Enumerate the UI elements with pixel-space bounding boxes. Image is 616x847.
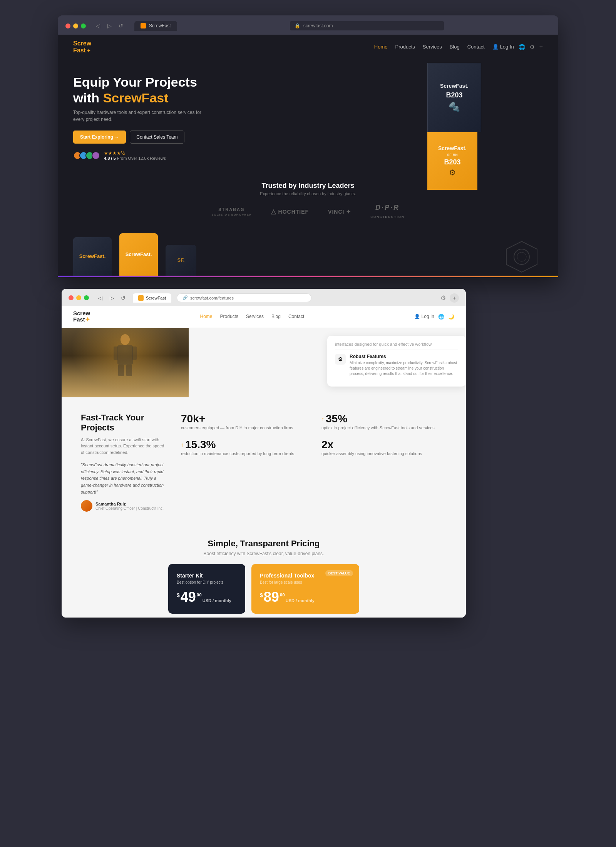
stat-number-70k: 70k+: [181, 413, 306, 425]
plan-name-starter: Starter Kit: [177, 572, 237, 579]
user-icon: 👤: [492, 44, 499, 50]
nav-actions: 👤 Log In 🌐 ⚙ +: [492, 44, 543, 50]
stat-item-70k: 70k+ customers equipped — from DIY to ma…: [181, 413, 306, 431]
close-button[interactable]: [65, 23, 70, 28]
stat-label-70k: customers equipped — from DIY to major c…: [181, 425, 306, 431]
settings-icon[interactable]: ⚙: [530, 44, 535, 50]
hero-section: Equip Your Projects with ScrewFast Top-q…: [58, 59, 558, 172]
feature-card-header: interfaces designed for quick and effect…: [335, 342, 458, 346]
pricing-title: Simple, Transparent Pricing: [77, 539, 450, 549]
preview-box-3: SF.: [166, 245, 196, 276]
avatar-4: [92, 151, 100, 160]
price-period-starter: USD / monthly: [203, 598, 231, 603]
nav-link-services[interactable]: Services: [423, 44, 442, 50]
pricing-subtitle: Boost efficiency with ScrewFast's clear,…: [77, 551, 450, 556]
forward-button[interactable]: ▷: [105, 22, 114, 30]
pricing-card-starter: Starter Kit Best option for DIY projects…: [168, 564, 245, 614]
login-button-2[interactable]: 👤 Log In: [414, 314, 434, 319]
stat-item-35: ↑ 35% uptick in project efficiency with …: [321, 413, 447, 431]
nav-link-home[interactable]: Home: [374, 44, 388, 50]
start-exploring-button[interactable]: Start Exploring →: [73, 131, 126, 144]
logo[interactable]: Screw Fast✦: [73, 40, 91, 54]
svg-point-2: [517, 252, 526, 261]
testimonial-author: Samantha Ruiz Chief Operating Officer | …: [81, 500, 166, 512]
website-content-bottom: ScrewFast✦ Home Products Services Blog C…: [62, 306, 466, 618]
reload-button-2[interactable]: ↺: [119, 294, 127, 302]
best-value-badge: BEST VALUE: [325, 570, 353, 576]
browser-tab-2[interactable]: ScrewFast: [133, 293, 171, 303]
products-preview: ScrewFast. ScrewFast. SF.: [58, 229, 558, 276]
trusted-subtitle: Experience the reliability chosen by ind…: [73, 191, 543, 196]
svg-marker-0: [506, 241, 537, 272]
preview-box-2: ScrewFast.: [119, 233, 158, 276]
minimize-button-2[interactable]: [76, 295, 81, 300]
trusted-section: Trusted by Industry Leaders Experience t…: [58, 172, 558, 229]
browser-bottom-border: [58, 276, 558, 277]
nav-bar: Screw Fast✦ Home Products Services Blog …: [58, 35, 558, 59]
box-logo-1: ScrewFast.: [440, 83, 469, 89]
plan-price-pro: $ 89 00 USD / monthly: [260, 589, 351, 605]
maximize-button[interactable]: [81, 23, 86, 28]
add-tab-button[interactable]: +: [450, 293, 459, 303]
tab-title: ScrewFast: [149, 23, 171, 28]
author-avatar: [81, 500, 92, 512]
nav-links: Home Products Services Blog Contact: [374, 44, 485, 50]
logo-light[interactable]: ScrewFast✦: [73, 310, 90, 323]
nav-link-contact-2[interactable]: Contact: [288, 314, 304, 319]
reload-button[interactable]: ↺: [117, 22, 125, 30]
moon-icon[interactable]: 🌙: [448, 314, 454, 320]
stat-label-15: reduction in maintenance costs reported …: [181, 451, 306, 457]
preview-box-1: ScrewFast.: [73, 237, 112, 276]
globe-icon[interactable]: 🌐: [519, 44, 525, 50]
nav-link-contact[interactable]: Contact: [467, 44, 485, 50]
browser-tab[interactable]: ScrewFast: [134, 21, 177, 31]
box-logo-2: ScrewFast.: [438, 145, 467, 151]
currency-pro: $: [260, 592, 263, 598]
browser-chrome: ◁ ▷ ↺ ScrewFast 🔒 screwfast.com: [58, 15, 558, 35]
price-amount-pro: 89: [264, 589, 279, 605]
add-icon[interactable]: +: [539, 44, 543, 50]
forward-button-2[interactable]: ▷: [107, 294, 116, 302]
svg-point-3: [121, 334, 130, 345]
plan-desc-pro: Best for large scale uses: [260, 580, 351, 584]
stat-arrow-15: ↑: [181, 442, 184, 448]
back-button[interactable]: ◁: [94, 22, 102, 30]
minimize-button[interactable]: [73, 23, 78, 28]
address-text: screwfast.com: [303, 23, 333, 28]
author-name: Samantha Ruiz: [95, 502, 164, 506]
nav-link-blog[interactable]: Blog: [450, 44, 460, 50]
maximize-button-2[interactable]: [84, 295, 89, 300]
hero-buttons: Start Exploring → Contact Sales Team: [73, 131, 204, 144]
feature-icon-box: ⚙: [335, 354, 346, 365]
globe-icon-2[interactable]: 🌐: [438, 314, 444, 320]
nav-link-products[interactable]: Products: [395, 44, 415, 50]
address-text-2: screwfast.com/features: [190, 296, 234, 300]
nav-link-products-2[interactable]: Products: [220, 314, 238, 319]
tab-favicon: [141, 23, 146, 28]
plan-desc-starter: Best option for DIY projects: [177, 580, 237, 584]
hero-content: Equip Your Projects with ScrewFast Top-q…: [73, 74, 204, 161]
traffic-lights-2: [69, 295, 89, 300]
address-bar[interactable]: 🔒 screwfast.com: [290, 21, 444, 30]
svg-rect-5: [114, 346, 118, 360]
product-boxes: ScrewFast. B203 🔩 ScrewFast. SF-BN B203 …: [427, 63, 543, 147]
close-button-2[interactable]: [69, 295, 74, 300]
nav-link-blog-2[interactable]: Blog: [271, 314, 281, 319]
settings-icon-2[interactable]: ⚙: [440, 294, 446, 301]
author-title: Chief Operating Officer | Constructit In…: [95, 506, 164, 511]
svg-rect-7: [118, 365, 124, 376]
login-button[interactable]: 👤 Log In: [492, 44, 514, 50]
hero-image-placeholder: [62, 328, 189, 397]
back-button-2[interactable]: ◁: [96, 294, 104, 302]
address-bar-2[interactable]: 🔗 screwfast.com/features: [177, 293, 311, 302]
svg-rect-6: [132, 346, 137, 360]
contact-sales-button[interactable]: Contact Sales Team: [130, 131, 184, 144]
browser-window-top: ◁ ▷ ↺ ScrewFast 🔒 screwfast.com Screw Fa…: [58, 15, 558, 277]
browser-window-bottom: ◁ ▷ ↺ ScrewFast 🔗 screwfast.com/features…: [62, 289, 466, 618]
nav-link-home-2[interactable]: Home: [200, 314, 213, 319]
browser-nav-controls: ◁ ▷ ↺: [94, 22, 125, 30]
nav-actions-2: 👤 Log In 🌐 🌙: [414, 314, 454, 320]
user-icon-2: 👤: [414, 314, 420, 319]
nav-link-services-2[interactable]: Services: [246, 314, 264, 319]
stat-label-2x: quicker assembly using innovative fasten…: [321, 451, 447, 457]
